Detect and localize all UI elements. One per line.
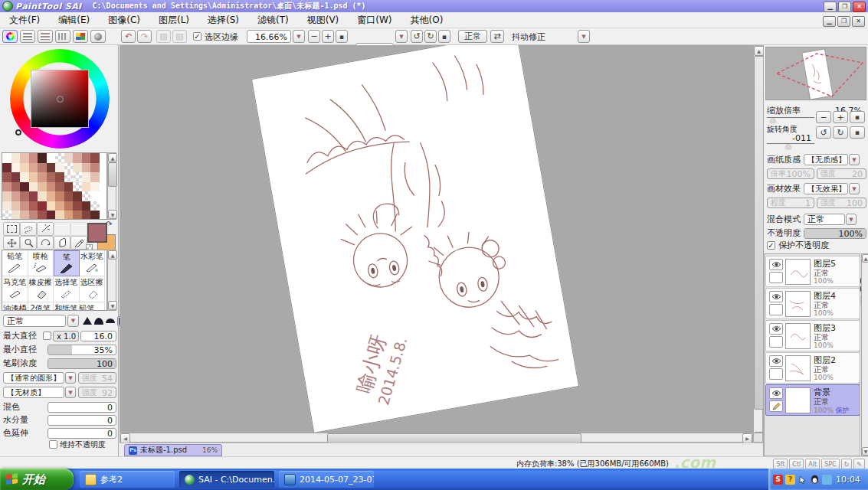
color-swatch[interactable] bbox=[55, 211, 64, 220]
tip-pointed[interactable] bbox=[83, 317, 92, 325]
doc-restore-button[interactable]: ❐ bbox=[837, 16, 850, 27]
qq-tray-icon[interactable] bbox=[810, 475, 820, 485]
color-swatch[interactable] bbox=[64, 191, 74, 201]
brush-binary-pen[interactable]: 2值笔 bbox=[28, 302, 54, 311]
color-swatch[interactable] bbox=[38, 201, 47, 211]
lasso-tool[interactable] bbox=[20, 222, 37, 236]
blend-mode-dropdown-button[interactable] bbox=[846, 214, 857, 225]
color-swatch[interactable] bbox=[90, 211, 100, 220]
start-button[interactable]: 开始 bbox=[0, 469, 74, 490]
taskbar-item-capture[interactable]: 2014-05-07_23-07... bbox=[279, 471, 374, 488]
color-swatch[interactable] bbox=[38, 153, 47, 163]
rotate-indicator[interactable]: ↻ bbox=[841, 459, 853, 469]
menu-file[interactable]: 文件(F) bbox=[0, 12, 49, 28]
layer-row-5[interactable]: 图层5 正常 100% bbox=[765, 256, 860, 287]
visibility-toggle[interactable] bbox=[769, 291, 783, 302]
brush-bucket[interactable]: 油漆桶 bbox=[2, 302, 28, 311]
redo-button[interactable] bbox=[137, 30, 152, 43]
water-slider[interactable]: 0 bbox=[47, 415, 116, 426]
shift-key-indicator[interactable]: Sft bbox=[773, 459, 788, 469]
layer-list-scrollbar[interactable] bbox=[861, 253, 868, 456]
color-swatch[interactable] bbox=[90, 201, 100, 211]
extend-slider[interactable]: 0 bbox=[47, 428, 116, 439]
brush-marker[interactable]: 马克笔 bbox=[2, 276, 28, 302]
color-swatch[interactable] bbox=[64, 211, 74, 220]
layer-sub-checkbox[interactable] bbox=[769, 368, 783, 380]
rgb-slider-tab-button[interactable] bbox=[20, 30, 35, 43]
cursor-tray-icon[interactable] bbox=[798, 475, 807, 485]
color-swatch[interactable] bbox=[82, 182, 91, 192]
material-effect-dropdown-button[interactable] bbox=[849, 183, 860, 194]
brush-pen-selected[interactable]: 笔 bbox=[54, 250, 80, 276]
eyedropper-tool[interactable] bbox=[70, 236, 87, 250]
color-swatch[interactable] bbox=[29, 163, 38, 173]
color-swatch[interactable] bbox=[47, 211, 56, 220]
color-swatch[interactable] bbox=[55, 191, 64, 201]
scratchpad-tab-button[interactable] bbox=[90, 30, 106, 43]
nav-zoom-reset-button[interactable] bbox=[850, 111, 865, 123]
color-swatch[interactable] bbox=[73, 172, 82, 182]
pen-indicator[interactable]: ✎ bbox=[853, 459, 865, 469]
color-swatch[interactable] bbox=[73, 191, 82, 201]
layer-sub-checkbox[interactable] bbox=[769, 272, 783, 283]
zoom-dropdown-button[interactable] bbox=[293, 30, 305, 43]
hand-tool[interactable] bbox=[54, 236, 70, 250]
color-swatch[interactable] bbox=[11, 211, 21, 220]
color-swatch[interactable] bbox=[2, 163, 11, 173]
layer-scroll-up-icon[interactable] bbox=[862, 254, 868, 263]
color-swatch[interactable] bbox=[64, 182, 74, 192]
rotate-canvas-tool[interactable] bbox=[37, 236, 54, 250]
menu-filter[interactable]: 滤镜(T) bbox=[248, 12, 298, 28]
menu-layer[interactable]: 图层(L) bbox=[149, 12, 198, 28]
nav-rotate-ccw-button[interactable] bbox=[816, 126, 831, 139]
space-key-indicator[interactable]: SPC bbox=[821, 459, 840, 469]
editing-pencil-toggle[interactable] bbox=[769, 400, 783, 412]
color-swatch[interactable] bbox=[55, 172, 64, 182]
color-swatch[interactable] bbox=[20, 191, 29, 201]
menu-others[interactable]: 其他(O) bbox=[401, 12, 453, 28]
rect-select-tool[interactable] bbox=[3, 222, 20, 236]
magic-wand-tool[interactable] bbox=[37, 222, 54, 236]
color-swatch[interactable] bbox=[55, 163, 64, 173]
tip-flat[interactable] bbox=[106, 318, 115, 323]
color-swatch[interactable] bbox=[20, 201, 29, 211]
menu-edit[interactable]: 编辑(E) bbox=[49, 12, 99, 28]
color-swatch[interactable] bbox=[2, 172, 11, 182]
hsv-slider-tab-button[interactable] bbox=[38, 30, 53, 43]
layer-scroll-down-icon[interactable] bbox=[862, 447, 868, 456]
navigator-angle-slider-marker[interactable] bbox=[785, 144, 791, 149]
foreground-color-swatch[interactable] bbox=[87, 223, 107, 243]
brush-texture-dropdown[interactable]: 【无材质】 bbox=[3, 387, 64, 398]
color-swatch[interactable] bbox=[47, 182, 56, 192]
color-swatch[interactable] bbox=[29, 153, 38, 163]
nav-zoom-in-button[interactable] bbox=[833, 111, 848, 123]
canvas-horizontal-scrollbar[interactable] bbox=[120, 433, 753, 443]
zoom-tool[interactable] bbox=[20, 236, 37, 250]
color-swatch[interactable] bbox=[64, 201, 74, 211]
color-swatch[interactable] bbox=[29, 172, 38, 182]
min-diameter-slider[interactable]: 35% bbox=[47, 345, 116, 355]
zoom-value-field[interactable]: 16.66% bbox=[247, 30, 291, 43]
rotate-ccw-button[interactable] bbox=[411, 30, 423, 43]
material-effect-dropdown[interactable]: 【无效果】 bbox=[804, 183, 848, 194]
angle-dropdown-button[interactable] bbox=[395, 30, 408, 43]
close-button[interactable]: ✕ bbox=[853, 2, 866, 12]
taskbar-item-sai-active[interactable]: SAI - C:\Documen... bbox=[179, 471, 274, 488]
color-swatch[interactable] bbox=[55, 153, 64, 163]
color-swatch[interactable] bbox=[20, 211, 29, 220]
color-swatch[interactable] bbox=[64, 153, 74, 163]
rotate-reset-button[interactable] bbox=[438, 30, 450, 43]
brush-watercolor[interactable]: 水彩笔 bbox=[80, 250, 106, 276]
nav-rotate-cw-button[interactable] bbox=[833, 126, 848, 139]
color-swatch[interactable] bbox=[90, 153, 100, 163]
minimize-button[interactable]: ▁ bbox=[824, 2, 837, 12]
brush-paper-pen[interactable]: 和纸笔 bbox=[54, 302, 80, 311]
navigator-zoom-slider-marker[interactable] bbox=[770, 118, 776, 122]
color-swatch[interactable] bbox=[38, 163, 47, 173]
color-swatch[interactable] bbox=[64, 172, 74, 182]
blend-mode-dropdown[interactable]: 正常 bbox=[804, 214, 845, 225]
visibility-toggle[interactable] bbox=[769, 323, 783, 335]
brush-scrollbar[interactable] bbox=[107, 250, 116, 311]
view-normal-button[interactable]: 正常 bbox=[458, 30, 487, 43]
sogou-tray-icon[interactable]: S bbox=[773, 475, 783, 485]
